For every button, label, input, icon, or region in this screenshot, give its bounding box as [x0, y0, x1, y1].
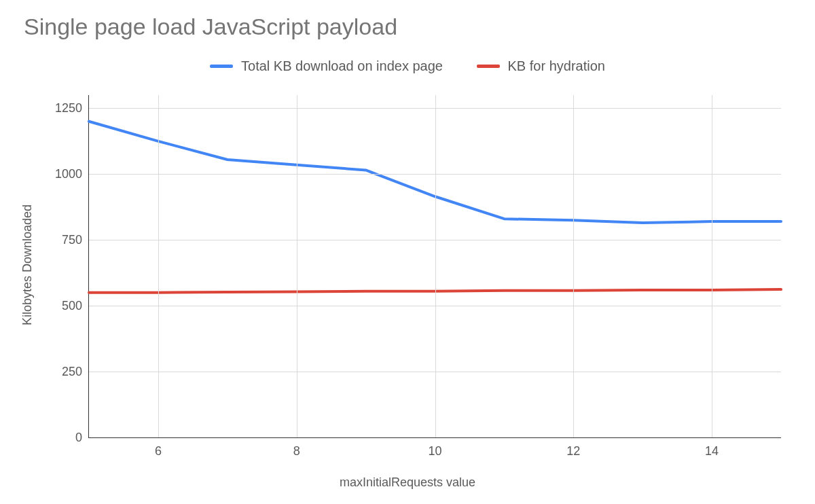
y-tick-label: 1250 — [55, 101, 82, 115]
legend-label-total: Total KB download on index page — [241, 58, 443, 74]
legend-item-hydration: KB for hydration — [477, 58, 605, 74]
legend-item-total: Total KB download on index page — [210, 58, 443, 74]
x-axis-label: maxInitialRequests value — [0, 475, 815, 490]
gridline-v — [297, 95, 297, 437]
y-tick-label: 1000 — [55, 167, 82, 181]
chart-legend: Total KB download on index page KB for h… — [0, 56, 815, 74]
x-tick-label: 12 — [566, 444, 580, 458]
gridline-v — [158, 95, 159, 437]
y-tick-label: 750 — [62, 233, 82, 247]
y-tick-label: 250 — [62, 365, 82, 379]
gridline-v — [573, 95, 574, 437]
gridline-v — [712, 95, 712, 437]
y-axis-label: Kilobytes Downloaded — [20, 204, 35, 325]
legend-label-hydration: KB for hydration — [508, 58, 605, 74]
plot-area: 02505007501000125068101214 — [88, 95, 781, 438]
legend-swatch-blue — [210, 65, 233, 68]
y-tick-label: 500 — [62, 299, 82, 313]
legend-swatch-red — [477, 65, 500, 68]
chart-title: Single page load JavaScript payload — [24, 14, 397, 40]
y-tick-label: 0 — [75, 431, 82, 445]
x-tick-label: 6 — [155, 444, 162, 458]
chart-container: Single page load JavaScript payload Tota… — [0, 0, 815, 504]
x-tick-label: 14 — [705, 444, 719, 458]
x-tick-label: 10 — [428, 444, 441, 458]
gridline-v — [435, 95, 436, 437]
x-tick-label: 8 — [293, 444, 300, 458]
